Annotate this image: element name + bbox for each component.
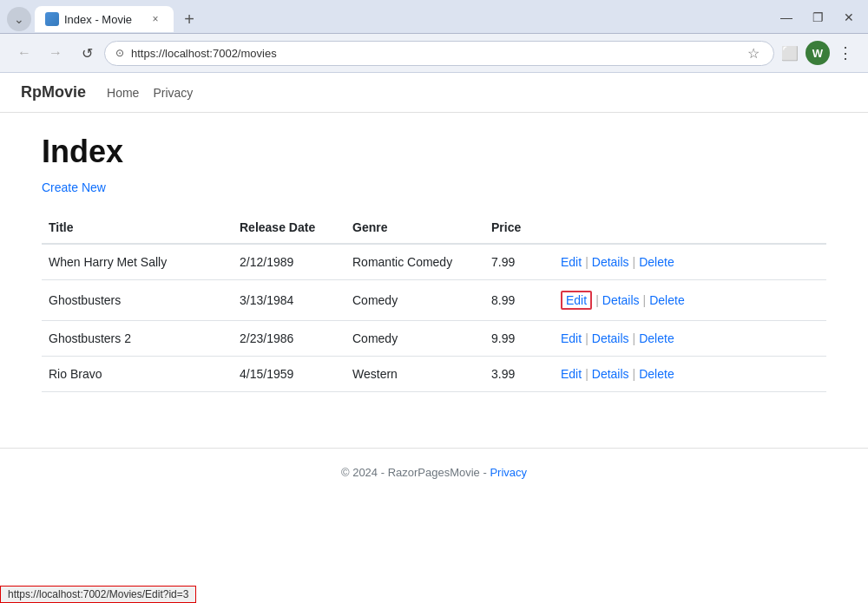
security-icon: ⊙	[115, 47, 124, 59]
table-row: Ghostbusters 3/13/1984 Comedy 8.99 Edit …	[42, 280, 826, 321]
col-header-date: Release Date	[233, 212, 345, 244]
delete-link[interactable]: Delete	[639, 367, 674, 381]
address-bar: ← → ↺ ⊙ ☆ ⬜ W ⋮	[0, 34, 868, 73]
site-brand[interactable]: RpMovie	[21, 83, 86, 102]
col-header-genre: Genre	[345, 212, 484, 244]
movie-release-date: 3/13/1984	[233, 280, 345, 321]
extensions-icon[interactable]: ⬜	[781, 45, 799, 62]
tab-favicon-icon	[45, 12, 59, 26]
edit-link-highlighted[interactable]: Edit	[561, 291, 592, 310]
back-button[interactable]: ←	[10, 39, 38, 67]
separator-1: |	[585, 367, 589, 381]
forward-button[interactable]: →	[42, 39, 69, 67]
reload-button[interactable]: ↺	[73, 39, 101, 67]
new-tab-button[interactable]: +	[177, 7, 201, 31]
tab-bar: ⌄ Index - Movie × + — ❐ ✕	[7, 5, 861, 33]
edit-link[interactable]: Edit	[561, 331, 582, 345]
window-controls: — ❐ ✕	[774, 5, 861, 33]
details-link[interactable]: Details	[592, 367, 629, 381]
movie-genre: Comedy	[345, 321, 484, 357]
separator-1: |	[595, 293, 599, 307]
edit-link[interactable]: Edit	[561, 367, 582, 381]
delete-link[interactable]: Delete	[639, 331, 674, 345]
separator-2: |	[633, 331, 636, 345]
tab-list-button[interactable]: ⌄	[7, 7, 31, 31]
nav-home[interactable]: Home	[107, 86, 139, 100]
profile-button[interactable]: W	[806, 41, 830, 65]
close-window-button[interactable]: ✕	[837, 5, 861, 29]
browser-chrome: ⌄ Index - Movie × + — ❐ ✕	[0, 0, 868, 34]
table-row: When Harry Met Sally 2/12/1989 Romantic …	[42, 244, 826, 280]
tab-close-button[interactable]: ×	[148, 11, 163, 27]
movie-release-date: 2/23/1986	[233, 321, 345, 357]
url-input[interactable]	[131, 47, 737, 60]
movie-actions: Edit | Details | Delete	[554, 244, 826, 280]
movie-price: 8.99	[484, 280, 554, 321]
delete-link[interactable]: Delete	[649, 293, 684, 307]
page-content: RpMovie Home Privacy Index Create New Ti…	[0, 73, 868, 559]
url-bar: ⊙ ☆	[104, 41, 774, 66]
table-row: Ghostbusters 2 2/23/1986 Comedy 9.99 Edi…	[42, 321, 826, 357]
active-tab: Index - Movie ×	[35, 6, 174, 32]
table-body: When Harry Met Sally 2/12/1989 Romantic …	[42, 244, 826, 392]
bookmark-icon[interactable]: ☆	[747, 45, 760, 62]
page-heading: Index	[42, 134, 826, 170]
footer-privacy-link[interactable]: Privacy	[490, 466, 527, 479]
minimize-button[interactable]: —	[774, 5, 799, 29]
movie-title: When Harry Met Sally	[42, 244, 233, 280]
col-header-price: Price	[484, 212, 554, 244]
movies-table: Title Release Date Genre Price When Harr…	[42, 212, 826, 392]
col-header-actions	[554, 212, 826, 244]
edit-link[interactable]: Edit	[561, 255, 582, 269]
separator-1: |	[585, 331, 589, 345]
movie-actions: Edit | Details | Delete	[554, 280, 826, 321]
movie-actions: Edit | Details | Delete	[554, 321, 826, 357]
site-nav: RpMovie Home Privacy	[0, 73, 868, 113]
delete-link[interactable]: Delete	[639, 255, 674, 269]
col-header-title: Title	[42, 212, 233, 244]
movie-genre: Western	[345, 357, 484, 392]
movie-release-date: 2/12/1989	[233, 244, 345, 280]
movie-price: 9.99	[484, 321, 554, 357]
movie-actions: Edit | Details | Delete	[554, 357, 826, 392]
nav-links: Home Privacy	[107, 86, 193, 100]
separator-2: |	[633, 255, 636, 269]
footer-copyright: © 2024 - RazorPagesMovie -	[341, 466, 490, 479]
table-header-row: Title Release Date Genre Price	[42, 212, 826, 244]
details-link[interactable]: Details	[592, 255, 629, 269]
tab-title: Index - Movie	[64, 13, 142, 26]
table-row: Rio Bravo 4/15/1959 Western 3.99 Edit | …	[42, 357, 826, 392]
movie-title: Rio Bravo	[42, 357, 233, 392]
movie-genre: Romantic Comedy	[345, 244, 484, 280]
separator-2: |	[633, 367, 636, 381]
movie-price: 3.99	[484, 357, 554, 392]
movie-price: 7.99	[484, 244, 554, 280]
details-link[interactable]: Details	[592, 331, 629, 345]
main-content: Index Create New Title Release Date Genr…	[0, 113, 868, 413]
details-link[interactable]: Details	[602, 293, 640, 307]
nav-privacy[interactable]: Privacy	[153, 86, 193, 100]
movie-genre: Comedy	[345, 280, 484, 321]
separator-1: |	[585, 255, 589, 269]
movie-release-date: 4/15/1959	[233, 357, 345, 392]
site-footer: © 2024 - RazorPagesMovie - Privacy	[0, 448, 868, 496]
table-header: Title Release Date Genre Price	[42, 212, 826, 244]
movie-title: Ghostbusters 2	[42, 321, 233, 357]
separator-2: |	[643, 293, 647, 307]
movie-title: Ghostbusters	[42, 280, 233, 321]
menu-button[interactable]: ⋮	[833, 41, 858, 65]
create-new-link[interactable]: Create New	[42, 180, 106, 194]
maximize-button[interactable]: ❐	[806, 5, 830, 29]
